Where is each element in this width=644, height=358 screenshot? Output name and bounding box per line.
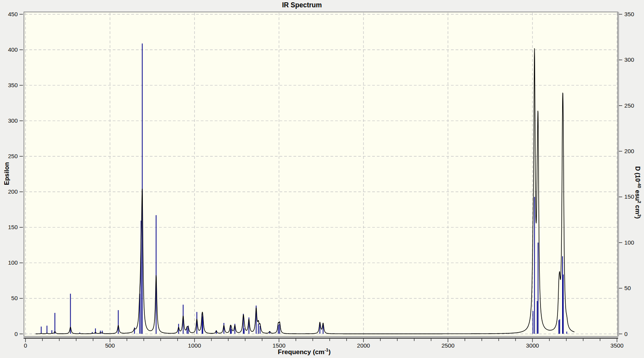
y-right-tick-label: 150 xyxy=(624,193,634,200)
y-right-tick-label: 200 xyxy=(624,148,634,154)
y-left-tick-label: 350 xyxy=(8,82,18,88)
y-left-tick-label: 400 xyxy=(8,46,18,53)
y-left-tick-label: 150 xyxy=(8,224,18,230)
x-axis-title: Frequency (cm-1) xyxy=(0,348,608,356)
y-left-tick-label: 100 xyxy=(8,259,18,266)
y-right-tick-label: 50 xyxy=(624,285,631,291)
y-left-tick-label: 200 xyxy=(8,188,18,195)
y-left-axis-title: Epsilon xyxy=(3,162,10,185)
plot-area xyxy=(24,12,617,336)
y-right-tick-label: 0 xyxy=(624,331,627,337)
y-left-tick-label: 250 xyxy=(8,153,18,159)
y-left-tick-label: 50 xyxy=(11,295,18,301)
x-tick-label: 3500 xyxy=(610,342,624,349)
y-axis-right: 050100150200250300350 xyxy=(619,11,634,337)
x-axis: 0500100015002000250030003500 xyxy=(24,338,624,349)
spectrum-plot-canvas: 0500100015002000250030003500050100150200… xyxy=(0,0,644,358)
y-right-tick-label: 300 xyxy=(624,56,634,63)
y-right-tick-label: 350 xyxy=(624,11,634,17)
y-right-axis-title: D (10-40 esu2 cm2) xyxy=(634,166,642,219)
y-right-tick-label: 250 xyxy=(624,102,634,109)
y-left-tick-label: 300 xyxy=(8,117,18,124)
y-left-tick-label: 450 xyxy=(8,11,18,17)
ir-spectrum-window: IR Spectrum 0500100015002000250030003500… xyxy=(0,0,644,358)
y-left-tick-label: 0 xyxy=(15,331,18,337)
y-right-tick-label: 100 xyxy=(624,239,634,246)
